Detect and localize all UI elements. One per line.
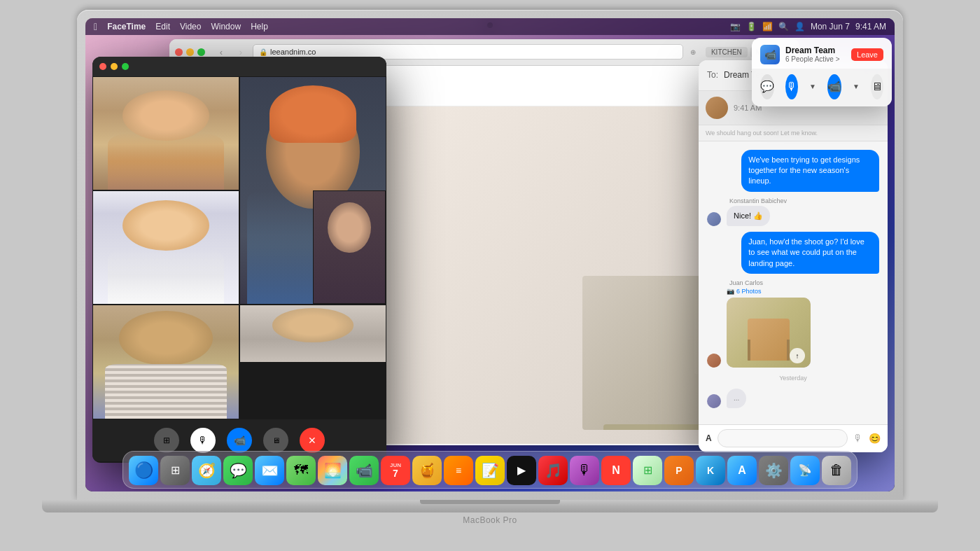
- msg-received-text-1: Nice! 👍: [727, 206, 770, 226]
- notif-mic-chevron[interactable]: ▼: [809, 83, 816, 90]
- notification-title-area: Dream Team 6 People Active >: [785, 46, 846, 63]
- browser-close-btn[interactable]: [175, 48, 183, 56]
- sidebar-avatar: [706, 97, 728, 119]
- chair-seat: [748, 319, 790, 361]
- notification-leave-btn[interactable]: Leave: [851, 48, 883, 61]
- dock-finder[interactable]: 🔵: [129, 456, 158, 485]
- person-photo-mini: [314, 191, 385, 303]
- messages-input[interactable]: [718, 429, 848, 447]
- menu-app-name[interactable]: FaceTime: [107, 22, 146, 32]
- browser-minimize-btn[interactable]: [186, 48, 194, 56]
- dock-airdrop[interactable]: 📡: [790, 456, 820, 485]
- notification-controls: 💬 🎙 ▼ 📹 ▼: [752, 69, 892, 106]
- dock-safari[interactable]: 🧭: [192, 456, 221, 485]
- browser-maximize-btn[interactable]: [197, 48, 205, 56]
- turban-sim: [270, 85, 357, 142]
- mail-icon: ✉️: [261, 462, 279, 479]
- msg-sender-juan: Juan Carlos: [727, 279, 811, 286]
- dock-notes[interactable]: 📝: [475, 456, 505, 485]
- dock-appstore[interactable]: A: [727, 456, 757, 485]
- photos-icon: 🌅: [324, 462, 342, 479]
- notif-camera-chevron[interactable]: ▼: [853, 83, 860, 90]
- other-avatar: [707, 394, 721, 408]
- facetime-minimize-btn[interactable]: [111, 63, 118, 70]
- browser-share-icon[interactable]: ⊕: [690, 48, 696, 56]
- dock-messages[interactable]: 💬: [223, 456, 253, 485]
- msg-preview-text: ...: [727, 389, 746, 408]
- messages-sidebar-preview: We should hang out soon! Let me know.: [699, 125, 888, 141]
- dock-facetime[interactable]: 📹: [349, 456, 379, 485]
- dock-podcasts[interactable]: 🎙: [570, 456, 599, 485]
- facetime-dock-icon: 📹: [356, 462, 373, 479]
- numbers-icon: ⊞: [643, 463, 652, 477]
- menu-date: Mon Jun 7: [811, 22, 850, 32]
- dock-mail[interactable]: ✉️: [255, 456, 284, 485]
- notif-mic-icon: 🎙: [786, 81, 797, 93]
- photo-icon: 📷: [727, 288, 734, 295]
- macbook-lid:  FaceTime Edit Video Window Help 📷 🔋 📶 …: [77, 10, 903, 500]
- dock-system-preferences[interactable]: ⚙️: [759, 456, 788, 485]
- notif-mic-btn[interactable]: 🎙: [785, 74, 798, 99]
- menu-search-icon[interactable]: 🔍: [778, 22, 789, 32]
- url-lock-icon: 🔒: [259, 48, 267, 56]
- msg-received-group-3: ...: [707, 389, 879, 408]
- facetime-end-btn[interactable]: ✕: [300, 428, 325, 453]
- menu-bar:  FaceTime Edit Video Window Help 📷 🔋 📶 …: [85, 18, 895, 35]
- messages-audio-icon[interactable]: 🎙: [853, 433, 863, 444]
- messages-format-icon[interactable]: A: [706, 433, 712, 443]
- dock-honey[interactable]: 🍯: [412, 456, 442, 485]
- menu-edit[interactable]: Edit: [155, 22, 170, 32]
- notif-camera-icon: 📹: [827, 80, 841, 93]
- podcasts-icon: 🎙: [578, 462, 592, 478]
- menu-help[interactable]: Help: [251, 22, 268, 32]
- pages-icon: P: [676, 465, 682, 476]
- msg-timestamp-yesterday: Yesterday: [707, 375, 879, 382]
- notif-message-icon: 💬: [760, 80, 774, 93]
- reminders-icon: ≡: [456, 465, 461, 476]
- dock-numbers[interactable]: ⊞: [633, 456, 662, 485]
- facetime-mic-btn[interactable]: 🎙: [190, 428, 216, 453]
- dock-keynote[interactable]: K: [696, 456, 725, 485]
- dock-photos[interactable]: 🌅: [318, 456, 347, 485]
- face-sim-5: [272, 308, 354, 342]
- notification-header: 📹 Dream Team 6 People Active > Leave: [752, 38, 892, 69]
- facetime-cell-mini: [313, 190, 386, 304]
- dock-music[interactable]: 🎵: [538, 456, 568, 485]
- menu-video[interactable]: Video: [180, 22, 201, 32]
- dock-reminders[interactable]: ≡: [444, 456, 473, 485]
- end-call-icon: ✕: [308, 435, 316, 446]
- dock-maps[interactable]: 🗺: [286, 456, 316, 485]
- macbook-label: MacBook Pro: [463, 515, 517, 525]
- notif-camera-btn[interactable]: 📹: [827, 74, 841, 99]
- apple-logo[interactable]: : [94, 21, 97, 32]
- dock-trash[interactable]: 🗑: [822, 456, 851, 485]
- facetime-cell-1: [92, 76, 239, 190]
- macbook-base: MacBook Pro: [42, 500, 938, 512]
- screen-bezel:  FaceTime Edit Video Window Help 📷 🔋 📶 …: [85, 18, 895, 491]
- menu-battery-icon: 🔋: [746, 22, 757, 32]
- desktop:  FaceTime Edit Video Window Help 📷 🔋 📶 …: [85, 18, 895, 491]
- facetime-grid-btn[interactable]: ⊞: [154, 428, 179, 453]
- facetime-camera-btn[interactable]: 📹: [227, 428, 252, 453]
- facetime-screen-btn[interactable]: 🖥: [263, 428, 288, 453]
- messages-emoji-icon[interactable]: 😊: [869, 433, 881, 444]
- calendar-day: 7: [393, 468, 398, 478]
- konstantin-msg-area: Konstantin Babichev Nice! 👍: [727, 197, 787, 226]
- body-sim-2: [108, 248, 224, 305]
- notif-message-btn[interactable]: 💬: [760, 74, 774, 99]
- dock-news[interactable]: N: [601, 456, 631, 485]
- browser-tab-kitchen[interactable]: KITCHEN: [706, 47, 748, 57]
- msg-sent-text-2: Juan, how'd the shoot go? I'd love to se…: [741, 232, 879, 274]
- dock-launchpad[interactable]: ⊞: [160, 456, 190, 485]
- facetime-cell-2: [92, 190, 239, 305]
- dock-calendar[interactable]: JUN 7: [381, 456, 410, 485]
- notif-screen-btn[interactable]: 🖥: [871, 74, 883, 99]
- face-sim-2: [122, 200, 210, 251]
- dock-appletv[interactable]: ▶: [507, 456, 536, 485]
- menu-window[interactable]: Window: [211, 22, 241, 32]
- facetime-close-btn[interactable]: [99, 63, 106, 70]
- facetime-maximize-btn[interactable]: [122, 63, 129, 70]
- dock-pages[interactable]: P: [664, 456, 694, 485]
- msg-photo-attachment[interactable]: ↑: [727, 298, 811, 368]
- menu-camera-icon: 📷: [730, 22, 741, 32]
